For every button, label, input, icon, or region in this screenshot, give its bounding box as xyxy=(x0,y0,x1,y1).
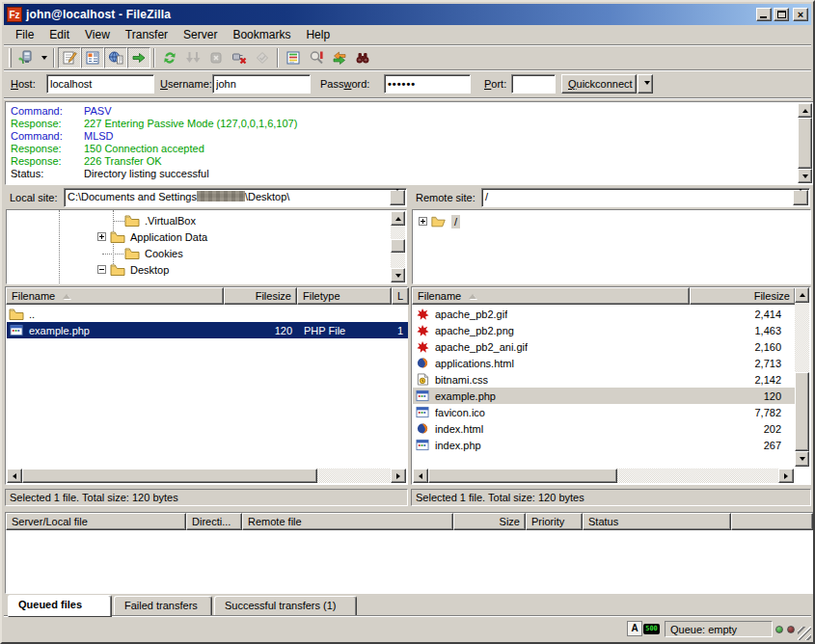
expand-icon[interactable] xyxy=(419,217,427,226)
image-file-icon xyxy=(415,308,431,321)
toggle-local-tree-button[interactable] xyxy=(81,47,104,68)
remote-vscroll-thumb[interactable] xyxy=(795,372,809,451)
remote-hscroll-thumb[interactable] xyxy=(428,469,617,483)
reconnect-icon xyxy=(255,50,270,66)
log-scroll-down[interactable] xyxy=(798,169,812,183)
local-hscroll-left[interactable] xyxy=(7,469,22,483)
local-header-filesize[interactable]: Filesize xyxy=(224,287,297,305)
remote-file-row[interactable]: bitnami.css2,142 xyxy=(413,371,795,388)
local-file-row-selected[interactable]: example.php 120 PHP File 1 xyxy=(7,322,408,338)
log-scroll-up[interactable] xyxy=(798,103,812,118)
local-header-filename[interactable]: Filename xyxy=(6,287,224,305)
site-manager-dropdown[interactable] xyxy=(38,47,50,68)
local-hscroll-thumb[interactable] xyxy=(22,469,317,483)
reconnect-button[interactable] xyxy=(251,47,274,68)
remote-file-row[interactable]: index.php267 xyxy=(413,437,795,453)
local-header-lastmodified[interactable]: L xyxy=(392,287,409,305)
remote-file-row[interactable]: apache_pb2.png1,463 xyxy=(413,322,795,338)
host-input[interactable] xyxy=(46,74,154,94)
tab-queued-files[interactable]: Queued files xyxy=(8,595,112,617)
remote-file-row[interactable]: apache_pb2_ani.gif2,160 xyxy=(413,338,795,355)
local-file-row[interactable]: .. xyxy=(7,306,406,322)
toggle-remote-tree-button[interactable] xyxy=(104,47,127,68)
local-tree-scroll-thumb[interactable] xyxy=(391,239,405,253)
local-tree-scroll-up[interactable] xyxy=(391,211,405,226)
tab-successful-transfers[interactable]: Successful transfers (1) xyxy=(214,596,357,616)
queue-header-status[interactable]: Status xyxy=(583,513,731,530)
queue-header-direction[interactable]: Directi... xyxy=(186,513,242,530)
quickconnect-dropdown[interactable] xyxy=(638,74,653,94)
local-hscroll-track[interactable] xyxy=(317,469,391,483)
tree-item-root[interactable]: / xyxy=(419,213,460,229)
maximize-button[interactable] xyxy=(774,8,789,21)
toggle-transfer-queue-button[interactable] xyxy=(127,47,150,68)
remote-site-label: Remote site: xyxy=(416,192,475,203)
local-header-filetype[interactable]: Filetype xyxy=(297,287,392,305)
remote-header-filesize[interactable]: Filesize xyxy=(690,287,796,305)
minimize-button[interactable] xyxy=(756,8,772,21)
toolbar-grip[interactable] xyxy=(9,48,12,67)
menu-file[interactable]: File xyxy=(8,26,41,43)
toggle-message-log-button[interactable] xyxy=(58,47,81,68)
tree-item-virtualbox[interactable]: .VirtualBox xyxy=(124,212,196,228)
remote-file-row[interactable]: favicon.ico7,782 xyxy=(413,404,795,420)
menu-server[interactable]: Server xyxy=(176,26,225,43)
cancel-button[interactable] xyxy=(204,47,228,68)
log-line: Response:227 Entering Passive Mode (127,… xyxy=(11,118,297,130)
remote-file-row[interactable]: applications.html2,713 xyxy=(413,355,795,371)
remote-vscroll-down[interactable] xyxy=(795,451,809,467)
menu-transfer[interactable]: Transfer xyxy=(118,26,176,43)
php-file-icon xyxy=(9,324,25,337)
tree-item-cookies[interactable]: Cookies xyxy=(124,245,183,261)
synchronized-browsing-button[interactable] xyxy=(328,47,351,68)
tab-failed-transfers[interactable]: Failed transfers xyxy=(114,596,212,616)
remote-file-row-selected[interactable]: example.php120 xyxy=(413,388,795,404)
remote-file-row[interactable]: apache_pb2.gif2,414 xyxy=(413,306,795,322)
transfer-type-indicator-icon: A xyxy=(627,621,642,636)
queue-header-remote-file[interactable]: Remote file xyxy=(242,513,453,530)
filename-filters-button[interactable] xyxy=(282,47,305,68)
queue-header-priority[interactable]: Priority xyxy=(526,513,583,530)
site-manager-button[interactable] xyxy=(14,47,38,68)
remote-hscroll-track[interactable] xyxy=(617,469,778,483)
open-folder-icon xyxy=(431,215,448,228)
local-selection-status: Selected 1 file. Total size: 120 bytes xyxy=(5,489,408,506)
menu-edit[interactable]: Edit xyxy=(41,26,77,43)
menu-view[interactable]: View xyxy=(77,26,118,43)
close-button[interactable]: × xyxy=(793,8,808,21)
remote-hscroll-left[interactable] xyxy=(413,469,428,483)
port-input[interactable] xyxy=(511,74,556,94)
process-queue-button[interactable] xyxy=(181,47,204,68)
resize-grip[interactable] xyxy=(798,627,811,640)
menu-help[interactable]: Help xyxy=(298,26,338,43)
remote-hscroll-right[interactable] xyxy=(778,469,794,483)
remote-file-row[interactable]: index.html202 xyxy=(413,420,795,437)
password-input[interactable] xyxy=(384,74,471,94)
local-site-combobox[interactable]: C:\Documents and Settings\Desktop\ xyxy=(64,188,407,207)
username-input[interactable] xyxy=(212,74,311,94)
local-hscroll-right[interactable] xyxy=(391,469,406,483)
expand-icon[interactable] xyxy=(97,232,106,241)
remote-vscroll-up[interactable] xyxy=(795,287,809,303)
queue-header-local-file[interactable]: Server/Local file xyxy=(6,513,186,530)
username-label: Username: xyxy=(160,78,212,90)
remote-header-filename[interactable]: Filename xyxy=(412,287,690,305)
log-scroll-thumb[interactable] xyxy=(798,118,812,169)
toolbar-separator xyxy=(53,48,55,67)
directory-comparison-button[interactable] xyxy=(305,47,328,68)
tree-item-desktop[interactable]: Desktop xyxy=(97,261,169,278)
menu-bookmarks[interactable]: Bookmarks xyxy=(225,26,298,43)
refresh-button[interactable] xyxy=(158,47,181,68)
local-tree-scroll-down[interactable] xyxy=(391,268,405,282)
tree-item-application-data[interactable]: Application Data xyxy=(97,228,207,245)
find-files-button[interactable] xyxy=(351,47,374,68)
remote-vscroll-track[interactable] xyxy=(795,303,809,372)
disconnect-button[interactable] xyxy=(228,47,251,68)
cancel-icon xyxy=(208,50,224,66)
quickconnect-button[interactable]: Quickconnect xyxy=(561,74,637,94)
collapse-icon[interactable] xyxy=(97,265,106,274)
queue-header-size[interactable]: Size xyxy=(453,513,526,530)
local-site-combo-arrow[interactable] xyxy=(390,190,405,205)
remote-site-combobox[interactable]: / xyxy=(481,188,810,207)
remote-site-combo-arrow[interactable] xyxy=(793,190,808,205)
